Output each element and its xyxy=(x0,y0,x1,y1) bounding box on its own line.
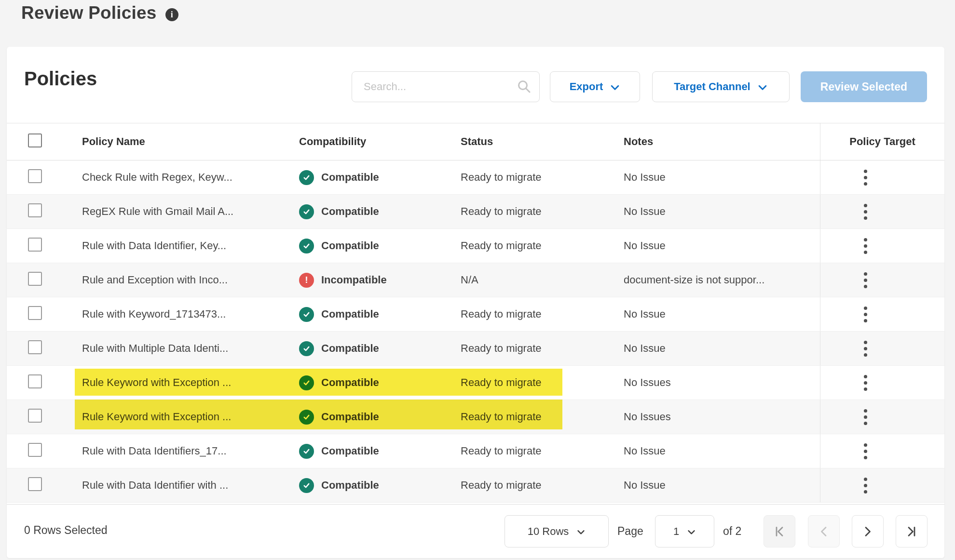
table-row: RegEX Rule with Gmail Mail A... Compatib… xyxy=(7,195,944,229)
table-row: Rule with Data Identifier with ... Compa… xyxy=(7,468,944,503)
target-channel-button[interactable]: Target Channel xyxy=(652,71,790,102)
notes-label: No Issue xyxy=(624,445,820,457)
notes-label: No Issue xyxy=(624,240,820,252)
last-page-button[interactable] xyxy=(896,515,928,547)
kebab-menu-icon[interactable] xyxy=(861,406,870,428)
policy-name-label: Rule Keyword with Exception ... xyxy=(82,411,299,423)
notes-label: No Issue xyxy=(624,479,820,492)
table-row: Rule and Exception with Inco... ! Incomp… xyxy=(7,263,944,297)
rows-selected-label: 0 Rows Selected xyxy=(24,524,108,537)
check-circle-icon xyxy=(299,307,314,322)
page-header: Review Policies i xyxy=(21,3,178,23)
last-page-icon xyxy=(905,525,918,538)
next-page-button[interactable] xyxy=(852,515,884,547)
check-circle-icon xyxy=(299,478,314,493)
page-number-select[interactable]: 1 xyxy=(655,515,714,547)
table-row: Rule with Data Identifier, Key... Compat… xyxy=(7,229,944,263)
notes-label: document-size is not suppor... xyxy=(624,274,820,286)
compatibility-label: Compatible xyxy=(321,240,379,252)
kebab-menu-icon[interactable] xyxy=(861,167,870,188)
check-circle-icon xyxy=(299,170,314,185)
status-label: Ready to migrate xyxy=(461,445,624,457)
alert-circle-icon: ! xyxy=(299,273,314,288)
table-row: Rule with Keyword_1713473... Compatible … xyxy=(7,297,944,332)
page-number-value: 1 xyxy=(673,525,679,538)
kebab-menu-icon[interactable] xyxy=(861,304,870,325)
row-checkbox[interactable] xyxy=(28,340,42,354)
row-checkbox[interactable] xyxy=(28,443,42,457)
policy-name-label: Rule with Data Identifiers_17... xyxy=(82,445,299,457)
first-page-button[interactable] xyxy=(764,515,795,547)
status-label: Ready to migrate xyxy=(461,342,624,355)
search-box xyxy=(352,71,540,102)
next-page-icon xyxy=(861,525,874,538)
check-circle-icon xyxy=(299,239,314,253)
compatibility-label: Incompatible xyxy=(321,274,387,286)
notes-label: No Issue xyxy=(624,171,820,184)
status-label: Ready to migrate xyxy=(461,479,624,492)
notes-label: No Issue xyxy=(624,308,820,320)
review-selected-button[interactable]: Review Selected xyxy=(801,71,927,102)
compatibility-label: Compatible xyxy=(321,479,379,492)
policy-name-label: RegEX Rule with Gmail Mail A... xyxy=(82,205,299,218)
policy-name-label: Rule with Multiple Data Identi... xyxy=(82,342,299,355)
kebab-menu-icon[interactable] xyxy=(861,475,870,496)
kebab-menu-icon[interactable] xyxy=(861,201,870,223)
chevron-down-icon xyxy=(610,82,620,93)
previous-page-icon xyxy=(818,525,830,538)
notes-label: No Issue xyxy=(624,342,820,355)
column-header-compatibility[interactable]: Compatibility xyxy=(299,135,461,148)
row-checkbox[interactable] xyxy=(28,306,42,320)
export-button[interactable]: Export xyxy=(550,71,640,102)
column-header-policy-name[interactable]: Policy Name xyxy=(82,135,299,148)
kebab-menu-icon[interactable] xyxy=(861,338,870,360)
row-checkbox[interactable] xyxy=(28,272,42,286)
compatibility-label: Compatible xyxy=(321,205,379,218)
compatibility-label: Compatible xyxy=(321,171,379,184)
target-channel-button-label: Target Channel xyxy=(674,80,750,93)
export-button-label: Export xyxy=(570,80,603,93)
panel-title: Policies xyxy=(24,68,97,90)
table-header-row: Policy Name Compatibility Status Notes P… xyxy=(7,123,944,160)
status-label: Ready to migrate xyxy=(461,411,624,423)
status-label: Ready to migrate xyxy=(461,205,624,218)
kebab-menu-icon[interactable] xyxy=(861,269,870,291)
notes-label: No Issues xyxy=(624,411,820,423)
table-row: Rule with Multiple Data Identi... Compat… xyxy=(7,332,944,366)
column-header-notes[interactable]: Notes xyxy=(624,135,820,148)
table-row: Rule Keyword with Exception ... Compatib… xyxy=(7,400,944,434)
policy-name-label: Rule with Data Identifier, Key... xyxy=(82,240,299,252)
kebab-menu-icon[interactable] xyxy=(861,235,870,257)
row-checkbox[interactable] xyxy=(28,203,42,217)
table-footer: 0 Rows Selected 10 Rows Page 1 of 2 xyxy=(7,504,944,558)
row-checkbox[interactable] xyxy=(28,409,42,423)
compatibility-label: Compatible xyxy=(321,376,379,389)
rows-per-page-select[interactable]: 10 Rows xyxy=(505,515,609,547)
compatibility-label: Compatible xyxy=(321,445,379,457)
compatibility-label: Compatible xyxy=(321,411,379,423)
row-checkbox[interactable] xyxy=(28,477,42,491)
previous-page-button[interactable] xyxy=(808,515,840,547)
rows-per-page-value: 10 Rows xyxy=(528,525,569,538)
kebab-menu-icon[interactable] xyxy=(861,440,870,462)
check-circle-icon xyxy=(299,444,314,459)
row-checkbox[interactable] xyxy=(28,238,42,252)
row-checkbox[interactable] xyxy=(28,374,42,388)
page-title: Review Policies xyxy=(21,3,157,23)
page-count-label: of 2 xyxy=(723,525,741,538)
status-label: Ready to migrate xyxy=(461,376,624,389)
column-header-policy-target[interactable]: Policy Target xyxy=(820,123,944,160)
search-input[interactable] xyxy=(352,71,540,102)
column-header-status[interactable]: Status xyxy=(461,135,624,148)
info-icon[interactable]: i xyxy=(165,8,178,21)
row-checkbox[interactable] xyxy=(28,169,42,183)
table-row: Rule with Data Identifiers_17... Compati… xyxy=(7,434,944,468)
policy-name-label: Rule and Exception with Inco... xyxy=(82,274,299,286)
notes-label: No Issue xyxy=(624,205,820,218)
page-label: Page xyxy=(617,525,643,538)
panel-toolbar: Policies Export Target Channel Review Se… xyxy=(7,47,944,123)
select-all-checkbox[interactable] xyxy=(28,133,42,147)
chevron-down-icon xyxy=(576,528,586,537)
kebab-menu-icon[interactable] xyxy=(861,372,870,394)
check-circle-icon xyxy=(299,204,314,219)
